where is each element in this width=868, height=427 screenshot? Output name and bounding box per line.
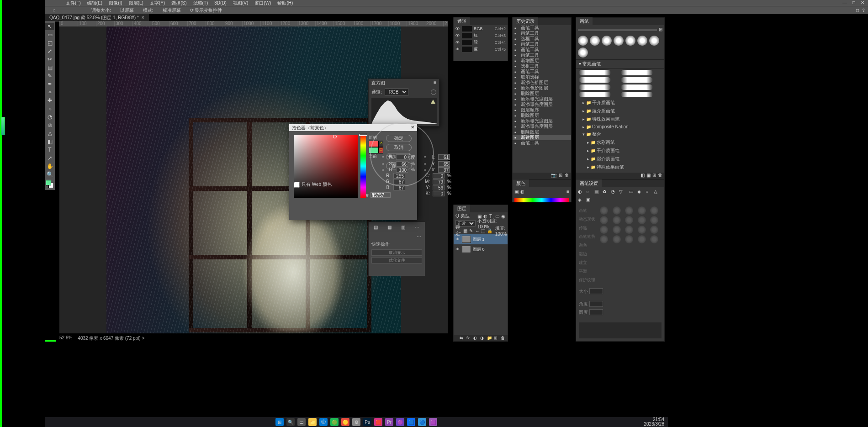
section-normal[interactable]: ▾ 常规画笔 — [576, 59, 664, 68]
tool-15[interactable]: T — [45, 146, 54, 153]
brush-tip-thumb[interactable] — [650, 206, 658, 215]
tool-3[interactable]: ⤢ — [45, 47, 54, 55]
channels-tab[interactable]: 通道 — [454, 17, 470, 26]
opt-dimvalue[interactable]: 以屏幕 — [120, 7, 134, 14]
ok-button[interactable]: 确定 — [386, 135, 412, 142]
taskbar-app-icon[interactable]: 🟦 — [407, 418, 415, 426]
opt-showtransform[interactable]: ⟳ 显示变换控件 — [190, 7, 222, 14]
home-icon[interactable]: ⌂ — [53, 7, 59, 14]
trash-icon[interactable]: 🗑 — [658, 173, 662, 179]
tool-16[interactable]: ↗ — [45, 154, 54, 162]
history-tab[interactable]: 历史记录 — [513, 17, 538, 26]
close-tab-icon[interactable]: × — [142, 15, 144, 20]
brush-size-slider[interactable] — [578, 29, 657, 31]
tool-8[interactable]: ⌖ — [45, 89, 54, 96]
menu-help[interactable]: 帮助(H) — [277, 0, 293, 6]
channel-item[interactable]: 👁蓝Ctrl+5 — [454, 46, 508, 53]
web-only-checkbox[interactable] — [294, 182, 300, 188]
bs-icon[interactable]: ▭ — [629, 189, 635, 195]
brush-tip-thumb[interactable] — [650, 226, 658, 234]
brush-preset[interactable] — [621, 91, 662, 98]
brush-tip-icon[interactable] — [578, 36, 588, 46]
brush-tip-icon[interactable] — [602, 36, 612, 46]
brush-setting-label[interactable]: 动态形状 — [579, 215, 598, 224]
taskbar-clock[interactable]: 21:54 2023/3/28 — [644, 417, 665, 427]
taskbar-app-icon[interactable]: 🟪 — [429, 418, 437, 426]
visibility-icon[interactable]: 👁 — [455, 247, 460, 252]
taskbar-app-icon[interactable]: 🟣 — [396, 418, 404, 426]
channel-item[interactable]: 👁RGBCtrl+2 — [454, 25, 508, 32]
brush-folder[interactable]: 特殊效果画笔 — [576, 115, 664, 123]
tool-13[interactable]: △ — [45, 130, 54, 137]
brush-subfolder[interactable]: 水彩画笔 — [581, 138, 664, 147]
bs-icon[interactable]: ✿ — [603, 189, 609, 195]
y-field[interactable] — [433, 185, 445, 190]
color-sv-field[interactable] — [294, 135, 358, 198]
tool-12[interactable]: ⎚ — [45, 121, 54, 129]
l-field[interactable] — [438, 154, 450, 160]
k-field[interactable] — [433, 191, 445, 196]
brush-tip-thumb[interactable] — [625, 235, 633, 243]
brush-tip-thumb[interactable] — [625, 226, 633, 234]
hex-field[interactable] — [370, 192, 391, 198]
lock-icon[interactable]: 🔒 — [487, 228, 492, 233]
color-panel[interactable]: 颜色 ▣ ◐ ≡ — [512, 179, 572, 202]
visibility-icon[interactable]: 👁 — [455, 40, 460, 45]
tool-7[interactable]: ✒ — [45, 80, 54, 88]
brush-tip-thumb[interactable] — [600, 235, 608, 243]
h-field[interactable] — [396, 154, 408, 160]
brush-tip-thumb[interactable] — [600, 216, 608, 224]
bs-icon[interactable]: ▽ — [619, 189, 625, 195]
brush-folder[interactable]: Composite Nation — [576, 123, 664, 130]
bs-icon[interactable]: ▣ — [586, 197, 593, 204]
brush-preset[interactable] — [579, 84, 620, 90]
brush-tip-thumb[interactable] — [613, 216, 621, 224]
brush-preset[interactable] — [621, 77, 662, 83]
brush-tip-icon[interactable] — [649, 36, 659, 46]
websafe-warning-icon[interactable]: □ — [379, 147, 383, 153]
share-icon[interactable]: □ — [856, 8, 859, 13]
histogram-channel-select[interactable]: RGB — [385, 88, 408, 96]
visibility-icon[interactable]: 👁 — [455, 47, 460, 52]
g-field[interactable] — [393, 179, 405, 185]
brush-tip-thumb[interactable] — [613, 206, 621, 215]
brush-tip-thumb[interactable] — [600, 206, 608, 215]
color-menu-icon[interactable]: ≡ — [566, 189, 569, 194]
document-tab[interactable]: QAQ_0477.jpg @ 52.8% (图层 1, RGB/8#) * × — [45, 14, 149, 22]
snapshot-icon[interactable]: 📷 — [551, 173, 556, 179]
brush-angle-input[interactable] — [589, 301, 603, 307]
tool-1[interactable]: ▭ — [45, 31, 54, 38]
taskbar-app-icon[interactable]: 🔵 — [418, 418, 426, 426]
opt-modevalue[interactable]: 标准屏幕 — [163, 7, 181, 14]
quick-actions-panel[interactable]: ▤ ▦ ▥ ⋯ … 快速操作 取消显示 优化文件 — [368, 221, 425, 276]
menu-window[interactable]: 窗口(W) — [254, 0, 271, 6]
brush-tip-thumb[interactable] — [638, 216, 646, 224]
quick-action-2[interactable]: 优化文件 — [371, 257, 422, 264]
taskbar-app-icon[interactable]: ⚙ — [352, 418, 360, 426]
taskbar-app-icon[interactable]: Ⓔ — [319, 418, 328, 426]
tool-18[interactable]: 🔍 — [45, 171, 54, 178]
bs-icon[interactable]: △ — [654, 189, 660, 195]
tool-2[interactable]: ◰ — [45, 39, 54, 47]
bs-icon[interactable]: ◔ — [611, 189, 617, 195]
channels-panel[interactable]: 通道 👁RGBCtrl+2👁红Ctrl+3👁绿Ctrl+4👁蓝Ctrl+5 — [453, 17, 508, 61]
menu-file[interactable]: 文件(F) — [66, 0, 81, 6]
brush-tip-thumb[interactable] — [638, 226, 646, 234]
menu-layer[interactable]: 图层(L) — [129, 0, 143, 6]
link-icon[interactable]: ⇆ — [460, 336, 465, 341]
taskbar-app-icon[interactable]: Pr — [385, 418, 393, 426]
tool-9[interactable]: ✚ — [45, 97, 54, 104]
menu-select[interactable]: 选择(S) — [171, 0, 186, 6]
brush-setting-label[interactable]: 杂色 — [579, 241, 598, 250]
new-brush-icon[interactable]: ⊞ — [652, 173, 656, 179]
tool-11[interactable]: ◔ — [45, 113, 54, 121]
taskbar-app-icon[interactable]: Ps — [363, 418, 371, 426]
brush-tip-thumb[interactable] — [600, 226, 608, 234]
taskbar-app-icon[interactable]: 🟥 — [374, 418, 382, 426]
histogram-panel[interactable]: 直方图 ≡ 通道: RGB — [368, 79, 439, 127]
color-swatch[interactable] — [46, 180, 54, 188]
brush-settings-panel[interactable]: 画笔设置 ◐⟐▤✿◔▽ ▭◆○△◈▣ 画笔动态形状传递画笔笔势杂色湿边建立平滑保… — [576, 179, 665, 342]
r-field[interactable] — [393, 173, 405, 179]
new-brush-icon[interactable]: ⊞ — [659, 27, 662, 32]
brush-tip-icon[interactable] — [578, 47, 588, 58]
